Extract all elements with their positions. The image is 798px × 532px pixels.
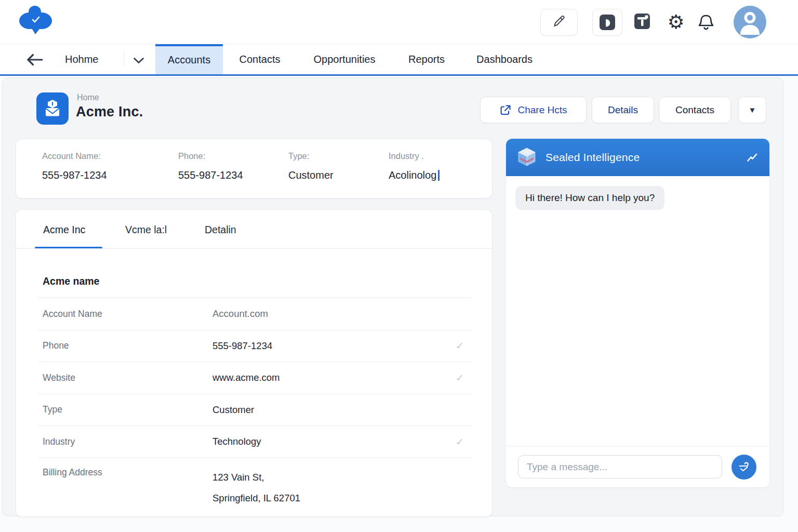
badge-icon bbox=[600, 15, 615, 30]
chat-header: Sealed Intelligence bbox=[506, 139, 769, 176]
nav-tab-dashboards[interactable]: Dashboards bbox=[470, 44, 539, 74]
nav-tab-contacts[interactable]: Contacts bbox=[235, 44, 285, 74]
send-button[interactable] bbox=[732, 455, 756, 480]
cube-icon bbox=[515, 146, 538, 169]
check-icon: ✓ bbox=[456, 436, 464, 448]
table-row: Type Customer bbox=[38, 394, 471, 427]
chat-title: Sealed Intelligence bbox=[546, 151, 640, 164]
row-label: Billing Address bbox=[43, 467, 212, 478]
field-label: Industry . bbox=[389, 151, 424, 161]
row-label: Type bbox=[43, 404, 212, 415]
text-window-icon bbox=[634, 14, 650, 29]
table-row: Account Name Account.com bbox=[38, 298, 471, 330]
website-link[interactable]: www.acme.com bbox=[212, 372, 280, 383]
address-line-1: 123 Vain St, bbox=[212, 467, 300, 488]
field-label: Phone: bbox=[178, 151, 205, 161]
nav-tab-home[interactable]: Hohme bbox=[65, 44, 98, 74]
main-content: Home Acme Inc. Chare Hcts Details Contac… bbox=[0, 76, 798, 532]
phone-link[interactable]: 555-987-1234 bbox=[178, 169, 243, 181]
phone-link[interactable]: 555-987-1234 bbox=[212, 340, 272, 352]
detail-tab-detalin[interactable]: Detalin bbox=[205, 219, 236, 241]
text-window-button[interactable] bbox=[634, 14, 650, 29]
detail-rows: Account Name Account.com Phone 555-987-1… bbox=[38, 298, 471, 509]
assistant-chat-panel: Sealed Intelligence Hi there! How can I … bbox=[506, 139, 769, 487]
page-title: Acme Inc. bbox=[76, 104, 143, 120]
field-value: Acolinolog bbox=[389, 169, 440, 181]
tabs-divider bbox=[16, 248, 492, 249]
check-icon: ✓ bbox=[456, 372, 464, 384]
detail-tab-acme-inc[interactable]: Acme Inc bbox=[43, 219, 85, 241]
row-value: 123 Vain St, Springfield, IL 62701 bbox=[212, 467, 300, 509]
row-label: Website bbox=[43, 373, 212, 383]
section-title: Acme name bbox=[43, 275, 99, 287]
check-icon: ✓ bbox=[456, 340, 464, 352]
share-button-label: Chare Hcts bbox=[517, 104, 567, 116]
share-hcts-button[interactable]: Chare Hcts bbox=[480, 97, 587, 123]
object-nav-bar: Hohme Accounts Contacts Opportunities Re… bbox=[0, 44, 798, 76]
send-icon bbox=[737, 460, 751, 474]
top-app-bar: ⚙ bbox=[0, 0, 798, 44]
table-row: Website www.acme.com ✓ bbox=[38, 362, 471, 394]
pencil-icon bbox=[552, 15, 566, 30]
field-label: Account Name: bbox=[42, 151, 101, 161]
cloud-logo-icon[interactable] bbox=[17, 4, 55, 36]
table-row: Phone 555-987-1234 ✓ bbox=[38, 330, 471, 363]
row-label: Account Name bbox=[43, 309, 212, 320]
row-value: Technology bbox=[212, 436, 261, 447]
assistant-message-bubble: Hi there! How can I help you? bbox=[515, 186, 664, 210]
breadcrumb: Home bbox=[77, 93, 99, 102]
bell-icon[interactable] bbox=[698, 14, 714, 31]
details-button[interactable]: Details bbox=[592, 97, 654, 123]
trend-expand-icon[interactable] bbox=[747, 153, 758, 162]
highlights-panel: Account Name: 555-987-1234 Phone: 555-98… bbox=[16, 139, 493, 198]
edit-button[interactable] bbox=[540, 9, 578, 36]
table-row: Billing Address 123 Vain St, Springfield… bbox=[38, 458, 471, 509]
settings-gear-icon[interactable]: ⚙ bbox=[666, 10, 686, 34]
row-value: Account.com bbox=[212, 308, 268, 320]
record-detail-card: Acme Inc Vcme la:l Detalin Acme name Acc… bbox=[16, 209, 493, 517]
detail-tab-vcme[interactable]: Vcme la:l bbox=[125, 219, 167, 241]
notification-badge-button[interactable] bbox=[592, 9, 622, 36]
contacts-button[interactable]: Contacts bbox=[659, 97, 731, 123]
chat-message-input[interactable] bbox=[518, 455, 722, 478]
nav-tab-reports[interactable]: Reports bbox=[403, 44, 450, 74]
more-actions-dropdown-button[interactable]: ▼ bbox=[738, 97, 766, 123]
caret-down-icon: ▼ bbox=[749, 105, 756, 114]
nav-divider bbox=[124, 52, 124, 66]
row-label: Phone bbox=[43, 340, 212, 351]
chevron-down-icon[interactable] bbox=[133, 57, 144, 66]
user-avatar[interactable] bbox=[734, 6, 766, 38]
share-icon bbox=[499, 104, 512, 116]
account-object-icon bbox=[36, 92, 69, 125]
field-value: Customer bbox=[288, 169, 334, 181]
address-line-2: Springfield, IL 62701 bbox=[212, 488, 300, 509]
row-label: Industry bbox=[43, 436, 212, 447]
nav-tab-accounts[interactable]: Accounts bbox=[155, 44, 223, 74]
nav-tab-opportunities[interactable]: Opportunities bbox=[304, 44, 384, 74]
back-arrow-icon[interactable] bbox=[26, 53, 44, 66]
field-value: 555-987-1234 bbox=[42, 169, 107, 181]
text-cursor bbox=[438, 170, 440, 181]
row-value: Customer bbox=[212, 404, 254, 416]
table-row: Industry Technology ✓ bbox=[38, 426, 471, 458]
chat-input-bar bbox=[506, 446, 769, 487]
field-label: Type: bbox=[288, 151, 309, 161]
